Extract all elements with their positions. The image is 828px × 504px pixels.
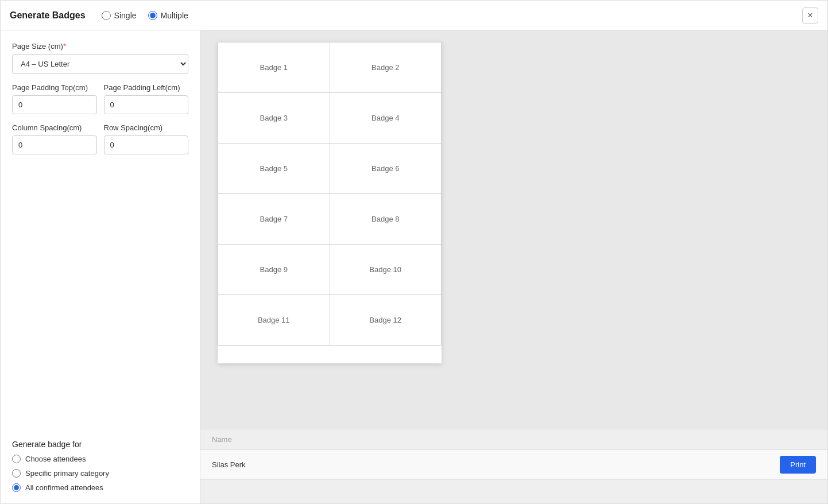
- modal-title: Generate Badges: [10, 10, 86, 21]
- badge-cell-3: Badge 3: [218, 93, 330, 144]
- right-panel: Badge 1 Badge 2 Badge 3 Badge 4 Badge 5 …: [200, 30, 827, 503]
- col-spacing-label: Column Spacing(cm): [12, 123, 97, 132]
- padding-left-group: Page Padding Left(cm): [104, 83, 189, 114]
- radio-all-confirmed[interactable]: All confirmed attendees: [12, 483, 188, 492]
- radio-multiple-label: Multiple: [161, 11, 188, 20]
- page-size-label: Page Size (cm)*: [12, 42, 188, 51]
- badge-cell-11: Badge 11: [218, 295, 330, 346]
- radio-single-label: Single: [114, 11, 137, 20]
- close-button[interactable]: ×: [802, 7, 818, 24]
- padding-left-input[interactable]: [104, 95, 189, 114]
- page-size-group: Page Size (cm)* A4 – US Letter A4 Letter…: [12, 42, 188, 74]
- row-spacing-label: Row Spacing(cm): [104, 123, 189, 132]
- generate-label: Generate badge for: [12, 440, 188, 449]
- badge-cell-6: Badge 6: [330, 144, 442, 194]
- padding-top-input[interactable]: [12, 95, 97, 114]
- padding-left-label: Page Padding Left(cm): [104, 83, 189, 92]
- page-preview: Badge 1 Badge 2 Badge 3 Badge 4 Badge 5 …: [218, 42, 442, 363]
- radio-choose-input[interactable]: [12, 455, 21, 463]
- radio-specific-input[interactable]: [12, 469, 21, 478]
- radio-all-label: All confirmed attendees: [25, 483, 103, 492]
- radio-single-input[interactable]: [102, 11, 111, 20]
- row-spacing-input[interactable]: [104, 135, 189, 154]
- radio-specific-label: Specific primary category: [25, 469, 109, 478]
- table-header: Name: [200, 429, 827, 450]
- badge-cell-2: Badge 2: [330, 42, 442, 93]
- radio-single[interactable]: Single: [102, 11, 137, 20]
- badge-cell-12: Badge 12: [330, 295, 442, 346]
- badge-cell-5: Badge 5: [218, 144, 330, 194]
- generate-section: Generate badge for Choose attendees Spec…: [12, 440, 188, 492]
- page-size-select[interactable]: A4 – US Letter A4 Letter A3: [12, 54, 188, 74]
- left-panel: Page Size (cm)* A4 – US Letter A4 Letter…: [1, 30, 200, 503]
- badge-cell-1: Badge 1: [218, 42, 330, 93]
- badge-cell-8: Badge 8: [330, 194, 442, 245]
- radio-multiple[interactable]: Multiple: [148, 11, 188, 20]
- padding-top-label: Page Padding Top(cm): [12, 83, 97, 92]
- attendee-name: Silas Perk: [212, 460, 780, 469]
- table-row: Silas Perk Print: [200, 450, 827, 480]
- badge-cell-7: Badge 7: [218, 194, 330, 245]
- spacing-group: Column Spacing(cm) Row Spacing(cm): [12, 123, 188, 154]
- radio-specific-category[interactable]: Specific primary category: [12, 469, 188, 478]
- print-button[interactable]: Print: [780, 456, 816, 474]
- padding-group: Page Padding Top(cm) Page Padding Left(c…: [12, 83, 188, 114]
- radio-all-input[interactable]: [12, 483, 21, 492]
- col-spacing-group: Column Spacing(cm): [12, 123, 97, 154]
- badge-cell-9: Badge 9: [218, 245, 330, 295]
- radio-choose-attendees[interactable]: Choose attendees: [12, 455, 188, 463]
- padding-top-group: Page Padding Top(cm): [12, 83, 97, 114]
- col-spacing-input[interactable]: [12, 135, 97, 154]
- radio-multiple-input[interactable]: [148, 11, 157, 20]
- badge-cell-10: Badge 10: [330, 245, 442, 295]
- radio-choose-label: Choose attendees: [25, 455, 86, 463]
- badge-cell-4: Badge 4: [330, 93, 442, 144]
- row-spacing-group: Row Spacing(cm): [104, 123, 189, 154]
- badge-grid: Badge 1 Badge 2 Badge 3 Badge 4 Badge 5 …: [218, 42, 442, 346]
- col-name-header: Name: [212, 435, 816, 444]
- bottom-table: Name Silas Perk Print: [200, 429, 827, 503]
- preview-area: Badge 1 Badge 2 Badge 3 Badge 4 Badge 5 …: [200, 30, 827, 429]
